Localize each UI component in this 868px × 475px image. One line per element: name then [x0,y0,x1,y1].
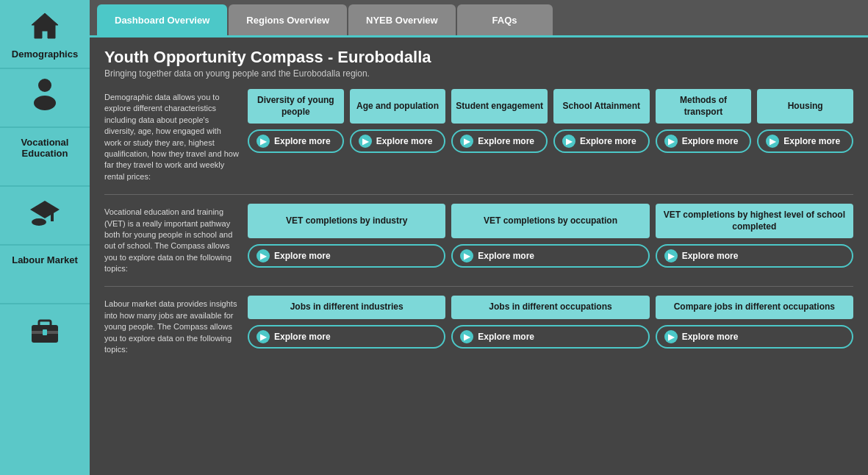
explore-jobs-industry-btn[interactable]: ▶Explore more [248,325,445,349]
main-area: Dashboard Overview Regions Overview NYEB… [90,0,868,475]
topic-vet-occupation[interactable]: VET completions by occupation [451,204,649,238]
demographics-section-row: Demographic data allows you to explore d… [104,89,853,182]
arrow-icon: ▶ [257,330,270,343]
explore-transport-btn[interactable]: ▶Explore more [656,129,752,153]
divider-1 [104,194,853,195]
sidebar-item-labour-brief[interactable] [0,304,90,363]
svg-point-5 [32,218,46,226]
topic-age[interactable]: Age and population [350,89,446,124]
explore-age-btn[interactable]: ▶Explore more [350,129,446,153]
page-subtitle: Bringing together data on young people a… [104,68,853,79]
svg-point-1 [38,79,51,92]
page-title: Youth Opportunity Compass - Eurobodalla [104,48,853,67]
explore-vet-occupation-btn[interactable]: ▶Explore more [451,244,649,268]
topic-jobs-occupations[interactable]: Jobs in different occupations [451,296,649,319]
svg-rect-9 [43,329,47,335]
divider-2 [104,286,853,287]
svg-marker-0 [32,13,58,38]
home-icon [29,10,61,44]
briefcase-icon [29,316,61,349]
sidebar-item-demographics-person[interactable] [0,69,90,128]
person-icon [32,78,58,115]
arrow-icon: ▶ [460,249,473,262]
arrow-icon: ▶ [664,330,678,343]
labour-description: Labour market data provides insights int… [104,296,240,355]
arrow-icon: ▶ [359,135,372,148]
arrow-icon: ▶ [257,135,270,148]
topic-transport[interactable]: Methods of transport [656,89,752,124]
explore-vet-industry-btn[interactable]: ▶Explore more [248,244,445,268]
svg-rect-7 [39,321,51,326]
sidebar-item-vocational[interactable]: VocationalEducation [0,128,90,187]
arrow-icon: ▶ [257,249,270,262]
sidebar-item-demographics[interactable]: Demographics [0,0,90,69]
explore-diversity-btn[interactable]: ▶Explore more [248,129,344,153]
demographics-topics-row: Diversity of young people Age and popula… [248,89,853,124]
vocational-cards: VET completions by industry VET completi… [248,204,853,268]
arrow-icon: ▶ [664,249,678,262]
sidebar-item-vocational-grad[interactable] [0,187,90,246]
explore-jobs-occupation-btn[interactable]: ▶Explore more [451,325,649,349]
arrow-icon: ▶ [562,135,575,148]
tab-bar: Dashboard Overview Regions Overview NYEB… [90,0,868,35]
svg-point-2 [34,96,56,110]
tab-dashboard[interactable]: Dashboard Overview [97,4,227,35]
labour-explore-row: ▶Explore more ▶Explore more ▶Explore mor… [248,325,853,349]
sidebar: Demographics VocationalEducation Labour … [0,0,90,475]
explore-housing-btn[interactable]: ▶Explore more [757,129,853,153]
tab-regions[interactable]: Regions Overview [229,4,347,35]
vocational-label: VocationalEducation [18,137,73,160]
explore-student-btn[interactable]: ▶Explore more [451,129,548,153]
arrow-icon: ▶ [664,135,678,148]
tab-nyeb[interactable]: NYEB Overview [348,4,456,35]
topic-student[interactable]: Student engagement [451,89,548,124]
vocational-topics-row: VET completions by industry VET completi… [248,204,853,238]
arrow-icon: ▶ [766,135,779,148]
explore-compare-jobs-btn[interactable]: ▶Explore more [656,325,853,349]
topic-housing[interactable]: Housing [757,89,853,124]
sidebar-item-labour[interactable]: Labour Market [0,246,90,304]
graduation-icon [29,198,61,230]
demographics-explore-row: ▶Explore more ▶Explore more ▶Explore mor… [248,129,853,153]
labour-topics-row: Jobs in different industries Jobs in dif… [248,296,853,319]
vocational-description: Vocational education and training (VET) … [104,204,240,274]
svg-rect-4 [51,211,54,221]
tab-faqs[interactable]: FAQs [457,4,553,35]
topic-vet-industry[interactable]: VET completions by industry [248,204,445,238]
labour-label: Labour Market [8,254,82,266]
arrow-icon: ▶ [460,135,473,148]
content-area: Youth Opportunity Compass - Eurobodalla … [90,35,868,475]
svg-marker-3 [30,201,60,218]
demographics-label: Demographics [8,49,82,60]
topic-vet-school[interactable]: VET completions by highest level of scho… [656,204,853,238]
topic-jobs-industries[interactable]: Jobs in different industries [248,296,445,319]
labour-section-row: Labour market data provides insights int… [104,296,853,355]
topic-compare-jobs[interactable]: Compare jobs in different occupations [656,296,853,319]
labour-cards: Jobs in different industries Jobs in dif… [248,296,853,349]
explore-school-btn[interactable]: ▶Explore more [553,129,650,153]
topic-diversity[interactable]: Diversity of young people [248,89,344,124]
vocational-section-row: Vocational education and training (VET) … [104,204,853,274]
vocational-explore-row: ▶Explore more ▶Explore more ▶Explore mor… [248,244,853,268]
demographics-description: Demographic data allows you to explore d… [104,89,240,182]
topic-school[interactable]: School Attainment [553,89,650,124]
demographics-cards: Diversity of young people Age and popula… [248,89,853,153]
arrow-icon: ▶ [460,330,473,343]
explore-vet-school-btn[interactable]: ▶Explore more [656,244,853,268]
